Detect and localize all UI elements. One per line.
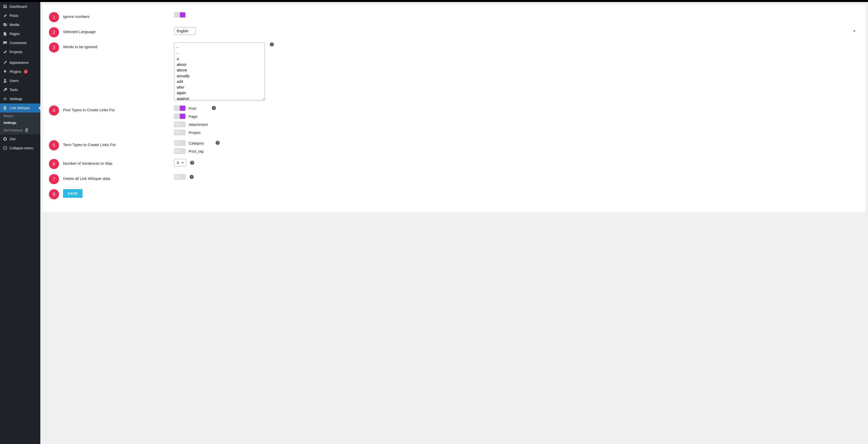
sidebar-item-settings[interactable]: Settings <box>0 94 40 103</box>
save-button[interactable]: SAVE <box>63 189 83 198</box>
sidebar-item-collapse[interactable]: Collapse menu <box>0 144 40 153</box>
annotation-5: 5 <box>49 140 59 150</box>
post-type-page: Page <box>174 114 858 119</box>
sidebar-label: Media <box>9 23 19 27</box>
plug-icon <box>2 69 7 74</box>
sentences-skip-select[interactable]: 3 <box>174 159 186 167</box>
post-type-post-toggle[interactable] <box>174 106 186 111</box>
sidebar-label: Settings <box>9 97 23 101</box>
sidebar-item-media[interactable]: Media <box>0 20 40 29</box>
sidebar-item-plugins[interactable]: Plugins 1 <box>0 67 40 76</box>
user-icon <box>2 78 7 83</box>
submenu-report[interactable]: Report <box>0 113 40 119</box>
annotation-3: 3 <box>49 42 59 53</box>
ignore-numbers-toggle[interactable] <box>174 12 186 18</box>
sidebar-label: Divi <box>9 137 16 141</box>
sidebar-item-pages[interactable]: Pages <box>0 29 40 38</box>
help-icon[interactable]: ? <box>212 106 216 110</box>
help-icon[interactable]: ? <box>216 141 220 145</box>
submenu-label: Get Premium <box>3 128 23 132</box>
sidebar-label: Plugins <box>9 70 21 74</box>
help-icon[interactable]: ? <box>190 175 194 179</box>
sidebar-item-dashboard[interactable]: Dashboard <box>0 2 40 11</box>
sidebar-item-comments[interactable]: Comments <box>0 38 40 48</box>
help-icon[interactable]: ? <box>270 42 274 47</box>
admin-sidebar: Dashboard Posts Media Pages Comments Pro… <box>0 2 40 444</box>
row-selected-language: 2 Selected Language English <box>49 25 858 40</box>
comment-icon <box>2 40 7 46</box>
ignore-words-textarea[interactable] <box>174 42 265 100</box>
setting-label: Words to be Ignored <box>63 42 174 49</box>
toggle-label: Project <box>189 130 200 135</box>
media-icon <box>2 22 7 27</box>
collapse-icon <box>2 146 7 151</box>
post-type-project: Project <box>174 130 858 135</box>
setting-label: Ignore numbers <box>63 12 174 19</box>
setting-label: Term Types to Create Links For <box>63 140 174 147</box>
sidebar-label: Appearance <box>9 61 29 65</box>
submenu-get-premium[interactable]: Get Premium <box>0 126 40 135</box>
annotation-7: 7 <box>49 174 59 184</box>
settings-icon <box>2 96 7 101</box>
row-delete-data: 7 Delete all Link Whisper data ? <box>49 172 858 187</box>
term-type-category-toggle[interactable] <box>174 140 186 146</box>
brush-icon <box>2 60 7 65</box>
sidebar-item-tools[interactable]: Tools <box>0 85 40 94</box>
setting-label: Delete all Link Whisper data <box>63 174 174 181</box>
toggle-label: Page <box>189 114 197 119</box>
row-ignore-numbers: 1 Ignore numbers <box>49 9 858 25</box>
row-term-types: 5 Term Types to Create Links For ? Categ… <box>49 138 858 156</box>
sidebar-item-projects[interactable]: Projects <box>0 48 40 57</box>
sidebar-label: Collapse menu <box>9 146 33 150</box>
sidebar-item-users[interactable]: Users <box>0 76 40 85</box>
setting-label: Number of Sentences to Skip <box>63 159 174 166</box>
toggle-label: Category <box>189 141 204 145</box>
sidebar-label: Users <box>9 79 19 83</box>
admin-bar <box>0 0 868 2</box>
sidebar-label: Projects <box>9 50 23 54</box>
post-type-project-toggle[interactable] <box>174 130 186 135</box>
divi-icon <box>2 137 7 142</box>
toggle-label: Attachment <box>189 122 208 127</box>
setting-label: Selected Language <box>63 27 174 34</box>
submenu-settings[interactable]: Settings <box>0 119 40 126</box>
toggle-label: Post <box>189 106 196 111</box>
sidebar-item-link-whisper[interactable]: Link Whisper <box>0 103 40 113</box>
setting-label: Post Types to Create Links For <box>63 106 174 112</box>
plugins-update-badge: 1 <box>24 70 28 74</box>
dashboard-icon <box>2 4 7 9</box>
delete-data-toggle[interactable] <box>174 174 186 180</box>
page-icon <box>2 31 7 36</box>
language-select[interactable]: English <box>174 27 196 35</box>
settings-panel: 1 Ignore numbers 2 Selected Language Eng… <box>43 4 866 212</box>
sidebar-item-posts[interactable]: Posts <box>0 11 40 20</box>
submenu-label: Report <box>3 114 13 118</box>
row-post-types: 4 Post Types to Create Links For ? Post … <box>49 103 858 138</box>
link-icon <box>2 106 7 111</box>
annotation-1: 1 <box>49 12 59 22</box>
sidebar-label: Comments <box>9 41 27 45</box>
term-type-post-tag-toggle[interactable] <box>174 148 186 154</box>
post-type-attachment-toggle[interactable] <box>174 122 186 127</box>
annotation-2: 2 <box>49 27 59 37</box>
row-save: 8 SAVE <box>49 187 858 202</box>
annotation-4: 4 <box>49 106 59 116</box>
post-type-page-toggle[interactable] <box>174 114 186 119</box>
sidebar-label: Posts <box>9 13 19 18</box>
sidebar-label: Pages <box>9 32 20 36</box>
help-icon[interactable]: ? <box>190 161 194 165</box>
row-words-ignored: 3 Words to be Ignored ? <box>49 40 858 103</box>
svg-point-1 <box>3 146 7 150</box>
toggle-label: Post_tag <box>189 149 204 153</box>
post-type-post: Post <box>174 106 858 111</box>
submenu-label: Settings <box>3 121 17 125</box>
term-type-post-tag: Post_tag <box>174 148 858 154</box>
wrench-icon <box>2 87 7 92</box>
annotation-6: 6 <box>49 159 59 169</box>
pin-icon <box>2 50 7 55</box>
sidebar-item-divi[interactable]: Divi <box>0 135 40 144</box>
sidebar-item-appearance[interactable]: Appearance <box>0 58 40 67</box>
row-sentences-skip: 6 Number of Sentences to Skip 3 ? <box>49 156 858 172</box>
sidebar-label: Link Whisper <box>9 106 30 110</box>
term-type-category: Category <box>174 140 858 146</box>
